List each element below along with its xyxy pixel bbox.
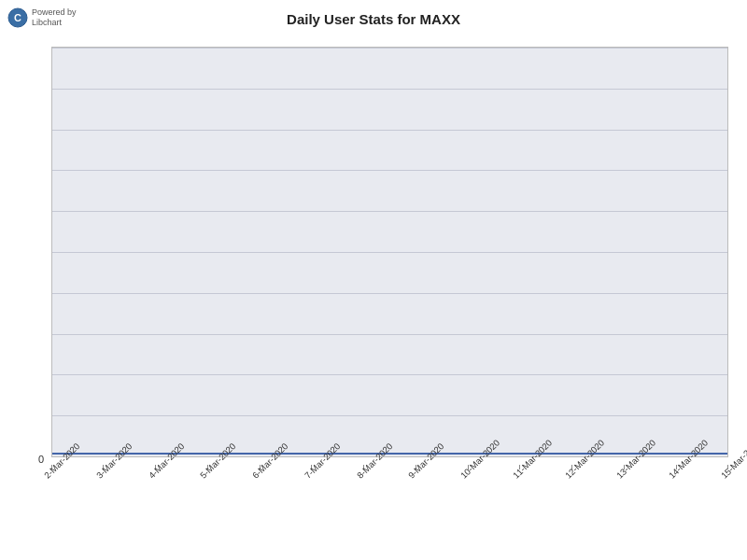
grid-lines bbox=[52, 48, 727, 456]
grid-line bbox=[52, 415, 727, 416]
grid-line bbox=[52, 170, 727, 171]
y-axis-zero-label: 0 bbox=[38, 454, 44, 465]
x-axis-label: 10-Mar-2020 bbox=[458, 460, 479, 481]
x-axis-label: 11-Mar-2020 bbox=[511, 460, 531, 481]
x-axis-label: 4-Mar-2020 bbox=[147, 460, 167, 481]
chart-container: C Powered by Libchart Daily User Stats f… bbox=[0, 0, 747, 560]
grid-line bbox=[52, 211, 727, 212]
x-axis-label: 2-Mar-2020 bbox=[42, 460, 63, 481]
x-axis-label: 9-Mar-2020 bbox=[406, 460, 427, 481]
x-axis-label: 13-Mar-2020 bbox=[614, 460, 635, 481]
x-axis-label: 12-Mar-2020 bbox=[563, 460, 584, 481]
grid-line bbox=[52, 48, 727, 49]
grid-line bbox=[52, 293, 727, 294]
chart-title: Daily User Stats for MAXX bbox=[0, 11, 747, 27]
x-axis: 2-Mar-20203-Mar-20204-Mar-20205-Mar-2020… bbox=[51, 457, 728, 560]
x-axis-label: 3-Mar-2020 bbox=[94, 460, 115, 481]
data-line bbox=[52, 453, 727, 455]
grid-line bbox=[52, 374, 727, 375]
x-axis-label: 15-Mar-2020 bbox=[719, 460, 740, 481]
y-axis: 0 bbox=[0, 47, 51, 457]
chart-plot-area bbox=[51, 47, 728, 457]
x-axis-label: 8-Mar-2020 bbox=[355, 460, 375, 481]
x-axis-label: 5-Mar-2020 bbox=[198, 460, 218, 481]
x-axis-label: 7-Mar-2020 bbox=[303, 460, 323, 481]
grid-line bbox=[52, 130, 727, 131]
grid-line bbox=[52, 334, 727, 335]
x-axis-label: 6-Mar-2020 bbox=[250, 460, 271, 481]
x-axis-label: 14-Mar-2020 bbox=[667, 460, 687, 481]
grid-line bbox=[52, 252, 727, 253]
grid-line bbox=[52, 89, 727, 90]
